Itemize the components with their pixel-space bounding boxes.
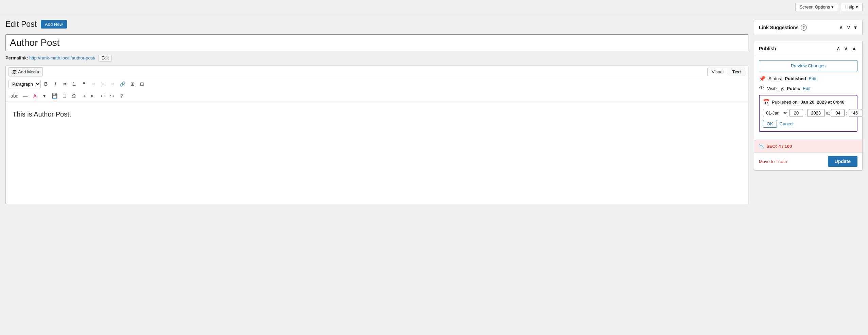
screen-options-chevron: ▾ (831, 4, 834, 10)
horizontal-rule-button[interactable]: — (21, 91, 30, 100)
status-value: Published (785, 76, 806, 81)
add-media-label: Add Media (18, 69, 39, 74)
bold-button[interactable]: B (41, 80, 50, 88)
visibility-value: Public (787, 86, 800, 91)
editor-content: This is Author Post. (13, 109, 741, 120)
publish-body: Preview Changes 📌 Status: Published Edit… (754, 56, 862, 140)
publish-collapse-up[interactable]: ∧ (836, 45, 841, 52)
editor-toolbar-top: 🖼 Add Media Visual Text (6, 66, 748, 78)
visibility-edit-link[interactable]: Edit (803, 86, 810, 91)
minute-input[interactable] (849, 109, 862, 117)
omega-button[interactable]: Ω (70, 91, 79, 100)
help-label: Help (845, 4, 854, 10)
page-title: Edit Post (5, 20, 37, 29)
publish-panel: Publish ∧ ∨ ▲ Preview Changes 📌 Status: … (754, 41, 863, 171)
post-title-input[interactable] (5, 34, 748, 51)
permalink-label: Permalink: (5, 55, 28, 60)
hour-input[interactable] (831, 109, 845, 117)
text-color-dropdown[interactable]: ▾ (40, 91, 49, 100)
date-action-row: OK Cancel (763, 120, 853, 128)
fullscreen-button[interactable]: ⊡ (138, 80, 146, 88)
strikethrough-button[interactable]: abc (8, 91, 20, 100)
link-suggestions-collapse-down[interactable]: ∨ (846, 23, 851, 31)
page-header: Edit Post Add New (5, 20, 748, 29)
sidebar: Link Suggestions ? ∧ ∨ ▾ Publish ∧ ∨ ▲ (754, 20, 863, 204)
update-button[interactable]: Update (828, 156, 857, 167)
tab-text[interactable]: Text (728, 68, 745, 76)
date-edit-header: 📅 Published on: Jan 20, 2023 at 04:46 (763, 99, 853, 105)
year-input[interactable] (807, 109, 825, 117)
seo-row: 📉 SEO: 4 / 100 (754, 140, 862, 152)
permalink-url[interactable]: http://rank-math.local/author-post/ (29, 55, 95, 60)
status-edit-link[interactable]: Edit (809, 76, 816, 81)
editor-view-tabs: Visual Text (707, 68, 745, 76)
permalink-row: Permalink: http://rank-math.local/author… (5, 55, 748, 61)
align-left-button[interactable]: ​≡ (89, 80, 98, 88)
screen-options-button[interactable]: Screen Options ▾ (795, 3, 838, 11)
seo-icon: 📉 (759, 144, 764, 149)
editor-help-button[interactable]: ? (117, 91, 126, 100)
numbered-list-button[interactable]: 1. (70, 80, 79, 88)
status-icon: 📌 (759, 75, 766, 82)
time-colon: : (846, 110, 847, 116)
permalink-edit-button[interactable]: Edit (99, 55, 112, 61)
editor-body[interactable]: This is Author Post. (6, 102, 748, 204)
move-to-trash-link[interactable]: Move to Trash (759, 159, 787, 164)
help-chevron: ▾ (856, 4, 858, 10)
calendar-icon: 📅 (763, 99, 770, 105)
date-ok-button[interactable]: OK (763, 120, 777, 128)
link-suggestions-panel: Link Suggestions ? ∧ ∨ ▾ (754, 20, 863, 35)
outdent-button[interactable]: ⇤ (89, 91, 98, 100)
align-right-button[interactable]: ≡ (108, 80, 117, 88)
top-bar: Screen Options ▾ Help ▾ (0, 0, 868, 14)
editor-toolbar-row1: Paragraph Heading 1 Heading 2 B I •• 1. … (6, 78, 748, 90)
editor-toolbar-row2: abc — A ▾ 💾 ◻ Ω ⇥ ⇤ ↩ ↪ ? (6, 90, 748, 102)
tab-visual[interactable]: Visual (707, 68, 728, 76)
blockquote-button[interactable]: ❝ (80, 80, 88, 88)
redo-button[interactable]: ↪ (108, 91, 117, 100)
bullet-list-button[interactable]: •• (60, 80, 69, 88)
publish-header: Publish ∧ ∨ ▲ (754, 41, 862, 56)
link-suggestions-actions: ∧ ∨ ▾ (838, 23, 857, 31)
at-label: at (826, 110, 830, 116)
visibility-label: Visibility: (767, 86, 784, 91)
link-suggestions-toggle[interactable]: ▾ (853, 23, 857, 31)
publish-title: Publish (759, 46, 776, 51)
italic-button[interactable]: I (51, 80, 60, 88)
eraser-button[interactable]: ◻ (60, 91, 69, 100)
editor-container: 🖼 Add Media Visual Text Paragraph Headin… (5, 66, 748, 204)
link-suggestions-collapse-up[interactable]: ∧ (838, 23, 844, 31)
link-suggestions-help-icon[interactable]: ? (801, 24, 807, 31)
page-layout: Edit Post Add New Permalink: http://rank… (0, 14, 868, 210)
publish-header-actions: ∧ ∨ ▲ (836, 45, 857, 52)
seo-text: SEO: 4 / 100 (766, 144, 792, 149)
paragraph-select[interactable]: Paragraph Heading 1 Heading 2 (8, 80, 41, 88)
link-suggestions-header: Link Suggestions ? ∧ ∨ ▾ (754, 20, 862, 35)
align-center-button[interactable]: ≡ (99, 80, 107, 88)
add-new-button[interactable]: Add New (41, 20, 67, 29)
date-edit-section: 📅 Published on: Jan 20, 2023 at 04:46 01… (759, 95, 857, 132)
help-button[interactable]: Help ▾ (841, 3, 863, 11)
month-select[interactable]: 01-Jan 02-Feb 03-Mar 04-Apr 05-May 06-Ju… (763, 109, 788, 117)
day-input[interactable] (789, 109, 803, 117)
date-cancel-link[interactable]: Cancel (780, 121, 793, 126)
add-media-button[interactable]: 🖼 Add Media (8, 67, 43, 76)
status-row: 📌 Status: Published Edit (759, 75, 857, 82)
publish-collapse-down[interactable]: ∨ (843, 45, 849, 52)
main-content: Edit Post Add New Permalink: http://rank… (5, 20, 748, 204)
undo-button[interactable]: ↩ (98, 91, 107, 100)
indent-button[interactable]: ⇥ (79, 91, 88, 100)
link-button[interactable]: 🔗 (118, 80, 127, 88)
table-button[interactable]: ⊞ (128, 80, 137, 88)
link-suggestions-title: Link Suggestions (759, 25, 799, 30)
save-draft-button[interactable]: 💾 (50, 91, 59, 100)
publish-footer: Move to Trash Update (754, 152, 862, 170)
visibility-row: 👁 Visibility: Public Edit (759, 85, 857, 91)
publish-toggle[interactable]: ▲ (851, 45, 857, 52)
visibility-icon: 👁 (759, 85, 764, 91)
text-color-button[interactable]: A (31, 91, 39, 100)
preview-changes-button[interactable]: Preview Changes (759, 60, 857, 71)
date-inputs-row: 01-Jan 02-Feb 03-Mar 04-Apr 05-May 06-Ju… (763, 109, 853, 117)
published-on-date: Jan 20, 2023 at 04:46 (801, 100, 845, 105)
add-media-icon: 🖼 (12, 69, 17, 74)
